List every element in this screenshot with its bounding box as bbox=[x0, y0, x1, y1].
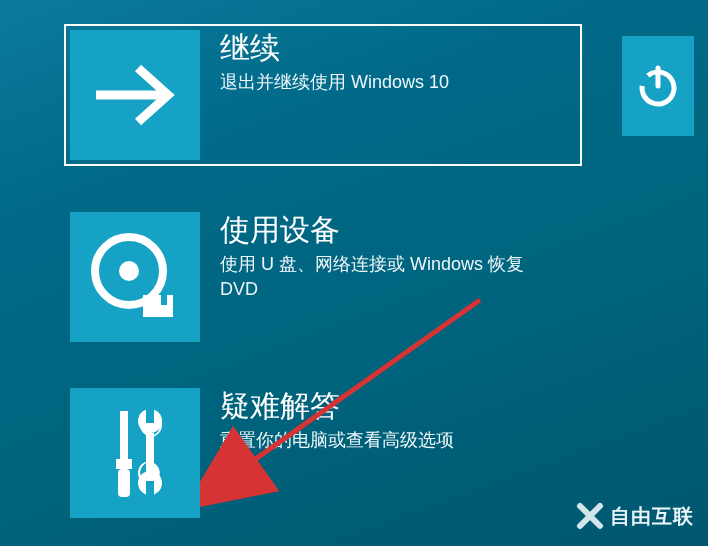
svg-rect-6 bbox=[116, 459, 132, 469]
disc-icon bbox=[85, 227, 185, 327]
svg-rect-8 bbox=[146, 433, 154, 473]
svg-rect-3 bbox=[143, 295, 173, 317]
option-troubleshoot-text: 疑难解答 重置你的电脑或查看高级选项 bbox=[200, 388, 454, 453]
svg-rect-7 bbox=[118, 469, 130, 497]
svg-rect-10 bbox=[146, 409, 154, 423]
watermark: 自由互联 bbox=[576, 502, 694, 530]
option-use-device[interactable]: 使用设备 使用 U 盘、网络连接或 Windows 恢复 DVD bbox=[70, 212, 708, 342]
option-continue-desc: 退出并继续使用 Windows 10 bbox=[220, 70, 449, 95]
watermark-text: 自由互联 bbox=[610, 503, 694, 530]
power-icon bbox=[634, 62, 682, 110]
power-button[interactable] bbox=[622, 36, 694, 136]
option-continue-tile bbox=[70, 30, 200, 160]
svg-rect-12 bbox=[146, 481, 154, 497]
option-troubleshoot-desc: 重置你的电脑或查看高级选项 bbox=[220, 428, 454, 453]
option-continue[interactable]: 继续 退出并继续使用 Windows 10 bbox=[64, 24, 582, 166]
option-troubleshoot-tile bbox=[70, 388, 200, 518]
option-troubleshoot-title: 疑难解答 bbox=[220, 388, 454, 424]
option-use-device-text: 使用设备 使用 U 盘、网络连接或 Windows 恢复 DVD bbox=[200, 212, 560, 302]
svg-point-2 bbox=[119, 261, 139, 281]
svg-rect-5 bbox=[120, 411, 128, 461]
svg-rect-4 bbox=[161, 295, 167, 305]
option-continue-text: 继续 退出并继续使用 Windows 10 bbox=[200, 30, 449, 95]
arrow-right-icon bbox=[90, 60, 180, 130]
option-use-device-title: 使用设备 bbox=[220, 212, 560, 248]
option-troubleshoot[interactable]: 疑难解答 重置你的电脑或查看高级选项 bbox=[70, 388, 708, 518]
tools-icon bbox=[90, 403, 180, 503]
winre-choose-option-screen: 继续 退出并继续使用 Windows 10 使用设备 使用 U 盘、网络连接或 … bbox=[0, 0, 708, 546]
option-use-device-desc: 使用 U 盘、网络连接或 Windows 恢复 DVD bbox=[220, 252, 560, 302]
watermark-x-icon bbox=[576, 502, 604, 530]
option-use-device-tile bbox=[70, 212, 200, 342]
option-continue-title: 继续 bbox=[220, 30, 449, 66]
